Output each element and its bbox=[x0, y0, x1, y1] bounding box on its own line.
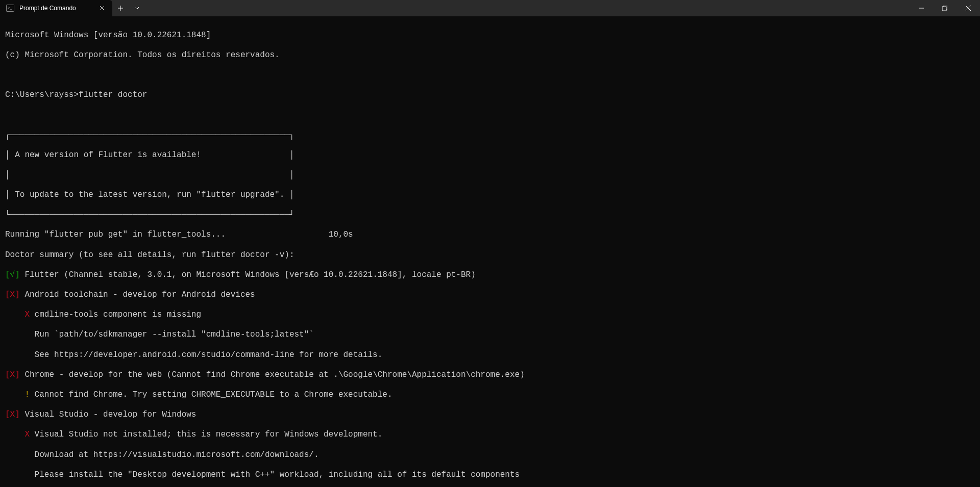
tab-title: Prompt de Comando bbox=[19, 5, 92, 12]
check-sub-line: X cmdline-tools component is missing bbox=[5, 310, 975, 320]
check-text: Chrome - develop for the web (Cannot fin… bbox=[20, 370, 525, 379]
blank-line bbox=[5, 70, 975, 81]
sub-mark-fail: X bbox=[5, 310, 35, 319]
title-bar: >_ Prompt de Comando bbox=[0, 0, 980, 16]
box-line: │ │ bbox=[5, 170, 975, 181]
check-sub-line: Please install the "Desktop development … bbox=[5, 470, 975, 480]
sub-mark-warn: ! bbox=[5, 390, 35, 399]
box-border-bottom: └───────────────────────────────────────… bbox=[5, 210, 975, 220]
svg-text:>_: >_ bbox=[8, 6, 13, 10]
blank-line bbox=[5, 110, 975, 120]
copyright-line: (c) Microsoft Corporation. Todos os dire… bbox=[5, 50, 975, 61]
check-android-toolchain: [X] Android toolchain - develop for Andr… bbox=[5, 290, 975, 300]
svg-rect-7 bbox=[942, 7, 946, 11]
close-icon bbox=[100, 6, 105, 11]
box-line: │ A new version of Flutter is available!… bbox=[5, 150, 975, 161]
minimize-button[interactable] bbox=[910, 0, 933, 16]
sub-text: Visual Studio not installed; this is nec… bbox=[35, 430, 383, 439]
summary-line: Doctor summary (to see all details, run … bbox=[5, 250, 975, 261]
check-chrome: [X] Chrome - develop for the web (Cannot… bbox=[5, 370, 975, 380]
window-close-button[interactable] bbox=[957, 0, 980, 16]
status-fail: [X] bbox=[5, 370, 20, 379]
os-version-line: Microsoft Windows [versão 10.0.22621.184… bbox=[5, 31, 975, 41]
check-sub-line: See https://developer.android.com/studio… bbox=[5, 350, 975, 361]
status-fail: [X] bbox=[5, 410, 20, 419]
terminal-tab[interactable]: >_ Prompt de Comando bbox=[0, 0, 112, 16]
check-flutter: [√] Flutter (Channel stable, 3.0.1, on M… bbox=[5, 270, 975, 280]
status-fail: [X] bbox=[5, 290, 20, 299]
new-tab-button[interactable] bbox=[112, 0, 129, 16]
cmd-icon: >_ bbox=[6, 4, 14, 12]
sub-mark-fail: X bbox=[5, 430, 35, 439]
prompt-line: C:\Users\rayss>flutter doctor bbox=[5, 90, 975, 100]
check-visual-studio: [X] Visual Studio - develop for Windows bbox=[5, 410, 975, 420]
maximize-button[interactable] bbox=[933, 0, 957, 16]
chevron-down-icon bbox=[134, 7, 139, 10]
running-line: Running "flutter pub get" in flutter_too… bbox=[5, 230, 975, 240]
restore-icon bbox=[942, 6, 947, 11]
sub-text: Cannot find Chrome. Try setting CHROME_E… bbox=[35, 390, 393, 399]
box-border-top: ┌───────────────────────────────────────… bbox=[5, 131, 975, 141]
status-ok: [√] bbox=[5, 270, 20, 279]
prompt-path: C:\Users\rayss> bbox=[5, 90, 79, 99]
close-icon bbox=[966, 6, 971, 11]
command-text: flutter doctor bbox=[79, 90, 147, 99]
check-sub-line: Download at https://visualstudio.microso… bbox=[5, 450, 975, 460]
tab-dropdown-button[interactable] bbox=[129, 0, 145, 16]
check-text: Flutter (Channel stable, 3.0.1, on Micro… bbox=[20, 270, 476, 279]
check-text: Visual Studio - develop for Windows bbox=[20, 410, 197, 419]
sub-text: cmdline-tools component is missing bbox=[35, 310, 201, 319]
check-sub-line: X Visual Studio not installed; this is n… bbox=[5, 430, 975, 440]
plus-icon bbox=[118, 6, 123, 11]
check-sub-line: Run `path/to/sdkmanager --install "cmdli… bbox=[5, 330, 975, 340]
tab-close-button[interactable] bbox=[97, 3, 107, 13]
box-line: │ To update to the latest version, run "… bbox=[5, 190, 975, 200]
window-controls bbox=[910, 0, 980, 16]
terminal-output[interactable]: Microsoft Windows [versão 10.0.22621.184… bbox=[0, 16, 980, 487]
check-sub-line: ! Cannot find Chrome. Try setting CHROME… bbox=[5, 390, 975, 400]
check-text: Android toolchain - develop for Android … bbox=[20, 290, 255, 299]
minimize-icon bbox=[919, 6, 924, 11]
